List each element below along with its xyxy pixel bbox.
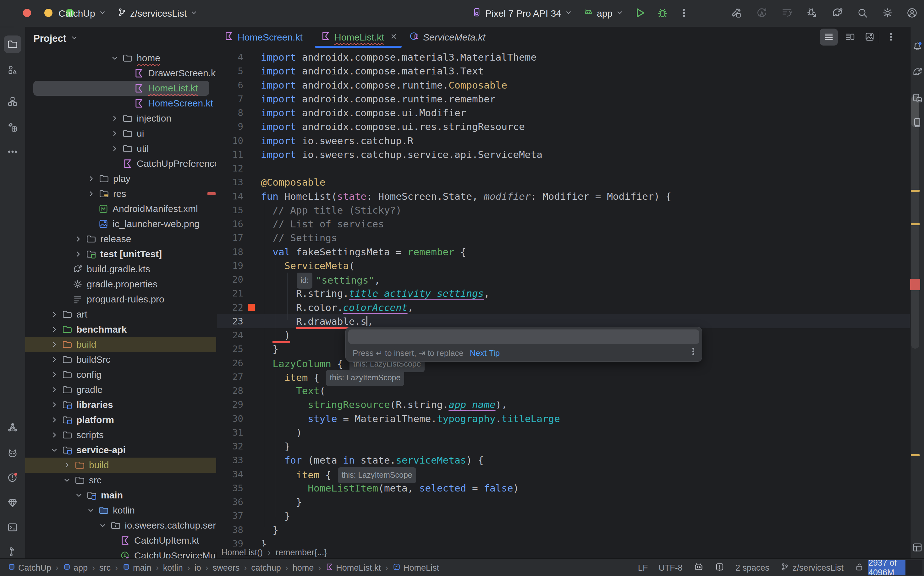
tree-chevron-icon[interactable] (74, 250, 83, 260)
tree-chevron-icon[interactable] (50, 340, 59, 350)
tree-row[interactable]: HomeScreen.kt (25, 96, 216, 111)
tree-row[interactable]: service-api (25, 443, 216, 458)
tree-row[interactable]: util (25, 141, 216, 156)
design-view-button[interactable] (860, 29, 879, 46)
error-stripe-mark[interactable] (910, 279, 920, 290)
warning-stripe-mark[interactable] (911, 223, 919, 225)
line-number[interactable]: 8 (217, 106, 243, 120)
tree-chevron-icon[interactable] (110, 54, 119, 64)
line-number[interactable]: 28 (217, 384, 243, 398)
tree-row[interactable]: kotlin (25, 503, 216, 518)
tree-row[interactable]: art (25, 307, 216, 322)
line-number[interactable]: 36 (217, 495, 243, 509)
line-number[interactable]: 26 (217, 356, 243, 370)
apply-changes-button[interactable] (753, 0, 771, 27)
line-number[interactable]: 35 (217, 481, 243, 495)
tree-chevron-icon[interactable] (110, 114, 119, 124)
tree-row[interactable]: CatchUpServiceMultib (25, 548, 216, 558)
status-path-item[interactable]: HomeList.kt (325, 563, 381, 573)
line-number[interactable]: 27 (217, 370, 243, 384)
tree-chevron-icon[interactable] (87, 174, 96, 184)
breadcrumb-item[interactable]: remember{...} (276, 548, 327, 557)
tree-row[interactable]: release (25, 232, 216, 246)
tree-chevron-icon[interactable] (63, 476, 71, 486)
line-number[interactable]: 39 (217, 537, 243, 547)
tree-row[interactable]: build.gradle.kts (25, 262, 216, 277)
tree-chevron-icon[interactable] (50, 386, 59, 395)
line-number[interactable]: 37 (217, 509, 243, 523)
tree-chevron-icon[interactable] (110, 129, 119, 139)
line-number[interactable]: 10 (217, 134, 243, 148)
tree-chevron-icon[interactable] (87, 189, 96, 200)
line-number[interactable]: 16 (217, 217, 243, 231)
code-editor[interactable]: 4import androidx.compose.material3.Mater… (217, 48, 910, 547)
tree-chevron-icon[interactable] (50, 430, 59, 441)
tree-row[interactable]: gradle (25, 382, 216, 397)
code-view-button[interactable] (820, 29, 838, 46)
tree-row[interactable]: injection (25, 111, 216, 126)
tool-window-button-problems[interactable] (4, 469, 21, 486)
project-panel-header[interactable]: Project (33, 30, 78, 47)
line-ending-widget[interactable]: LF (638, 563, 648, 573)
vcs-branch-widget[interactable]: z/servicesList (117, 0, 198, 27)
tree-row[interactable]: AndroidManifest.xml (25, 201, 216, 216)
tree-row[interactable]: CatchUpItem.kt (25, 533, 216, 548)
status-path-item[interactable]: src (99, 563, 111, 573)
tree-row[interactable]: DrawerScreen.kt (25, 66, 216, 81)
android-lint-icon[interactable] (693, 562, 704, 574)
line-number[interactable]: 23 (217, 314, 243, 328)
status-path-item[interactable]: catchup (251, 563, 281, 573)
tree-chevron-icon[interactable] (74, 235, 83, 245)
search-everywhere-button[interactable] (853, 0, 871, 27)
tree-row[interactable]: CatchUpPreferences.kt (25, 156, 216, 171)
tree-row[interactable]: platform (25, 412, 216, 427)
line-number[interactable]: 32 (217, 439, 243, 453)
tool-window-button-build-variants[interactable] (4, 118, 21, 136)
editor-breadcrumbs[interactable]: HomeList()›remember{...} (217, 547, 910, 558)
warning-stripe-mark[interactable] (911, 190, 919, 192)
tree-chevron-icon[interactable] (50, 400, 59, 411)
tree-row[interactable]: main (25, 488, 216, 503)
line-number[interactable]: 7 (217, 92, 243, 106)
window-close-button[interactable] (23, 9, 31, 17)
more-run-options-button[interactable] (675, 0, 693, 27)
line-number[interactable]: 30 (217, 412, 243, 426)
tool-window-button-dependencies[interactable] (4, 419, 21, 436)
tool-window-button-app-quality-insights[interactable] (4, 494, 21, 512)
warning-stripe-mark[interactable] (911, 454, 919, 456)
tree-chevron-icon[interactable] (87, 506, 95, 516)
close-tab-icon[interactable] (390, 32, 398, 43)
tree-row[interactable]: HomeList.kt (25, 81, 216, 96)
tree-row[interactable]: ic_launcher-web.png (25, 216, 216, 232)
status-path-item[interactable]: HomeList (393, 563, 439, 573)
status-path-item[interactable]: home (293, 563, 314, 573)
tree-row[interactable]: home (25, 51, 216, 66)
editor-tab-HomeScreen.kt[interactable]: HomeScreen.kt (224, 27, 303, 48)
status-path-item[interactable]: sweers (213, 563, 240, 573)
tool-window-button-resource-manager[interactable] (4, 61, 21, 79)
tree-chevron-icon[interactable] (50, 370, 59, 380)
tool-window-button-layout-inspector[interactable] (909, 539, 924, 556)
line-number[interactable]: 13 (217, 175, 243, 189)
popup-next-tip-link[interactable]: Next Tip (470, 348, 500, 358)
status-path-item[interactable]: CatchUp (8, 563, 51, 573)
tool-window-button-version-control[interactable] (4, 543, 21, 561)
line-number[interactable]: 34 (217, 467, 243, 482)
tree-row[interactable]: res (25, 186, 216, 201)
tree-chevron-icon[interactable] (74, 491, 83, 501)
tree-row[interactable]: scripts (25, 427, 216, 443)
line-number[interactable]: 38 (217, 523, 243, 537)
status-path-item[interactable]: kotlin (163, 563, 183, 573)
branch-widget[interactable]: z/servicesList (780, 562, 844, 574)
line-number[interactable]: 33 (217, 453, 243, 467)
run-button[interactable] (631, 0, 649, 27)
line-number[interactable]: 20 (217, 273, 243, 287)
memory-indicator[interactable]: 2937 of 4096M (868, 560, 922, 575)
line-number[interactable]: 24 (217, 328, 243, 342)
line-number[interactable]: 17 (217, 231, 243, 245)
line-number[interactable]: 4 (217, 50, 243, 64)
tree-row[interactable]: buildSrc (25, 352, 216, 367)
line-number[interactable]: 25 (217, 342, 243, 356)
line-number[interactable]: 11 (217, 147, 243, 162)
tree-row[interactable]: play (25, 171, 216, 186)
